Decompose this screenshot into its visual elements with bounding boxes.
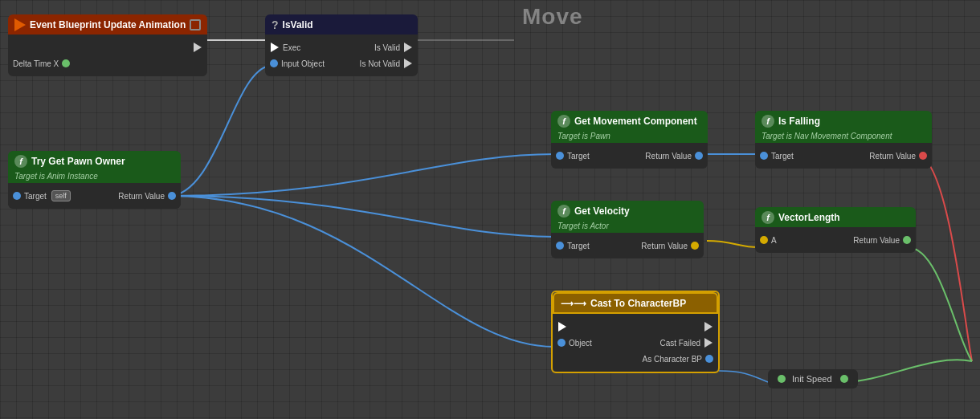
event-close-button[interactable] [190,19,201,31]
event-node-body: Delta Time X [8,35,207,76]
get-velocity-body: Target Return Value [551,233,704,258]
event-deltatime-row: Delta Time X [8,55,207,71]
vector-length-a-pin[interactable] [760,236,768,244]
is-falling-target-label: Target [771,152,794,161]
vector-length-a-label: A [771,236,777,245]
delta-time-label: Delta Time X [13,59,59,68]
isvalid-input-row: Input Object Is Not Valid [265,55,418,71]
cast-header: ⟶⟶ Cast To CharacterBP [553,292,718,314]
get-movement-body: Target Return Value [551,143,708,169]
isvalid-label: Is Valid [374,43,400,52]
get-movement-header: f Get Movement Component [551,111,708,131]
try-get-pawn-return-pin[interactable] [168,192,176,200]
get-movement-subtitle: Target is Pawn [551,131,708,143]
vector-length-title: VectorLength [778,212,840,223]
func-icon-5: f [762,211,774,224]
get-movement-row: Target Return Value [551,148,708,164]
try-get-pawn-subtitle: Target is Anim Instance [8,171,181,183]
self-badge: self [51,190,71,201]
cast-icon: ⟶⟶ [561,299,586,309]
is-falling-body: Target Return Value [755,143,932,169]
try-get-pawn-target-pin[interactable] [13,192,21,200]
question-icon: ? [272,18,279,31]
return-value-label: Return Value [118,192,165,201]
try-get-pawn-header: f Try Get Pawn Owner [8,151,181,171]
input-object-label: Input Object [281,59,325,68]
cast-failed-label: Cast Failed [659,339,700,348]
get-movement-target-label: Target [567,152,590,161]
cast-aschar-row: As Character BP [553,351,718,367]
cast-to-character-node: ⟶⟶ Cast To CharacterBP Object Cast Faile… [551,291,720,373]
event-icon [14,18,26,31]
isnotvalid-label: Is Not Valid [360,59,400,68]
event-exec-out-pin[interactable] [193,43,202,52]
get-velocity-target-pin[interactable] [556,242,564,250]
get-velocity-return-pin[interactable] [691,242,699,250]
event-node-header: Event Blueprint Update Animation [8,14,207,35]
func-icon-4: f [557,205,570,218]
get-velocity-target-label: Target [567,242,590,250]
vector-length-return-label: Return Value [853,236,900,245]
get-movement-return-pin[interactable] [695,152,703,160]
func-icon-3: f [762,115,774,128]
isvalid-input-pin[interactable] [270,59,278,67]
canvas-title: Move [522,4,583,30]
init-speed-node: Init Speed [768,369,858,388]
isvalid-exec-in-pin[interactable] [270,43,280,52]
is-falling-return-pin[interactable] [919,152,927,160]
func-icon-2: f [557,115,570,128]
get-velocity-node: f Get Velocity Target is Actor Target Re… [551,201,704,258]
vector-length-header: f VectorLength [755,207,916,227]
cast-failed-pin[interactable] [704,338,713,348]
as-character-pin[interactable] [705,355,713,363]
get-movement-node: f Get Movement Component Target is Pawn … [551,111,708,169]
cast-object-row: Object Cast Failed [553,335,718,351]
isvalid-header: ? IsValid [265,14,418,35]
cast-object-pin[interactable] [557,339,566,347]
get-movement-title: Get Movement Component [574,116,697,127]
cast-body: Object Cast Failed As Character BP [553,314,718,372]
target-label: Target [24,192,47,201]
is-falling-row: Target Return Value [755,148,932,164]
is-falling-target-pin[interactable] [760,152,768,160]
init-speed-out-pin[interactable] [778,375,786,383]
is-falling-header: f Is Falling [755,111,932,131]
get-movement-return-label: Return Value [645,152,692,161]
cast-object-label: Object [569,339,592,348]
isnotvalid-out-pin[interactable] [403,59,413,68]
delta-time-pin[interactable] [62,59,70,67]
init-speed-label: Init Speed [792,374,832,384]
vector-length-node: f VectorLength A Return Value [755,207,916,253]
vector-length-return-pin[interactable] [903,236,911,244]
is-falling-node: f Is Falling Target is Nav Movement Comp… [755,111,932,169]
event-exec-row [8,39,207,55]
get-velocity-header: f Get Velocity [551,201,704,221]
get-velocity-subtitle: Target is Actor [551,221,704,233]
init-speed-out-pin2[interactable] [840,375,848,383]
isvalid-out-pin[interactable] [403,43,413,52]
try-get-pawn-body: Target self Return Value [8,183,181,209]
as-character-label: As Character BP [643,355,702,364]
event-update-animation-node: Event Blueprint Update Animation Delta T… [8,14,207,76]
try-get-pawn-title: Try Get Pawn Owner [31,156,125,167]
get-velocity-row: Target Return Value [551,238,704,254]
isvalid-title: IsValid [283,19,313,31]
event-node-title: Event Blueprint Update Animation [30,19,186,31]
isvalid-body: Exec Is Valid Input Object Is Not Valid [265,35,418,76]
cast-exec-row [553,319,718,335]
is-falling-return-label: Return Value [869,152,916,161]
get-velocity-title: Get Velocity [574,205,630,217]
is-falling-subtitle: Target is Nav Movement Component [755,131,932,143]
cast-exec-out-pin[interactable] [704,322,713,332]
cast-exec-in-pin[interactable] [557,322,567,332]
get-movement-target-pin[interactable] [556,152,564,160]
get-velocity-return-label: Return Value [641,242,688,250]
vector-length-body: A Return Value [755,227,916,253]
exec-label: Exec [283,43,300,52]
is-valid-node: ? IsValid Exec Is Valid Input Object Is … [265,14,418,76]
isvalid-exec-row: Exec Is Valid [265,39,418,55]
cast-title: Cast To CharacterBP [590,298,686,309]
is-falling-title: Is Falling [778,116,820,127]
try-get-pawn-target-row: Target self Return Value [8,188,181,204]
vector-length-row: A Return Value [755,232,916,248]
